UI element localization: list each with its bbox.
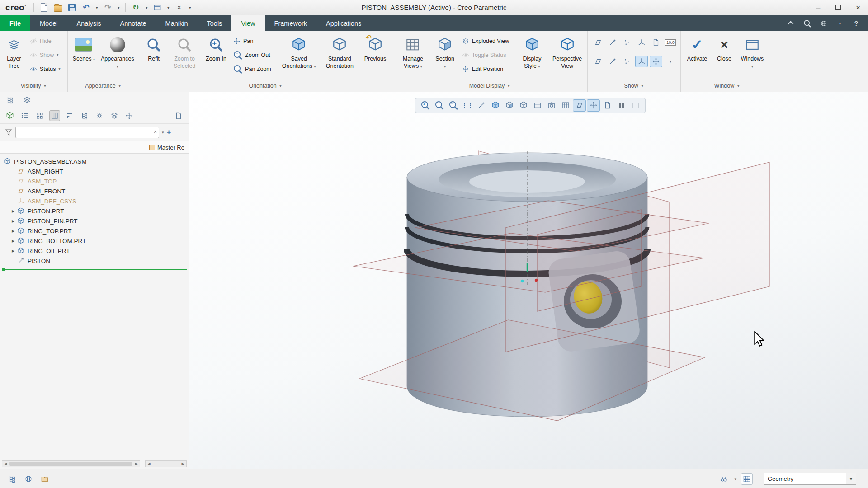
filter-add-icon[interactable]: +: [167, 128, 171, 137]
tab-applications[interactable]: Applications: [316, 15, 371, 31]
group-label-show[interactable]: Show▼: [588, 80, 680, 92]
tree-settings-icon[interactable]: [94, 110, 105, 121]
pan-zoom-button[interactable]: Pan Zoom: [230, 62, 278, 75]
tolerance-display-icon[interactable]: 10.0: [664, 37, 677, 48]
scroll-left-icon[interactable]: ◀: [2, 462, 9, 466]
maximize-button[interactable]: [828, 0, 848, 15]
tree-item-ring-bottom-prt[interactable]: ▶RING_BOTTOM.PRT: [0, 236, 189, 246]
tree-item-piston-assembly-asm[interactable]: PISTON_ASSEMBLY.ASM: [0, 156, 189, 166]
list-view-icon[interactable]: [19, 110, 30, 121]
expand-arrow-icon[interactable]: ▶: [9, 249, 17, 253]
zoom-fit-icon[interactable]: [433, 99, 446, 112]
tree-item-piston[interactable]: PISTON: [0, 256, 189, 266]
tree-item-ring-top-prt[interactable]: ▶RING_TOP.PRT: [0, 226, 189, 236]
find-icon[interactable]: [718, 473, 730, 485]
zoom-in-icon[interactable]: +: [419, 99, 432, 112]
tile-view-icon[interactable]: [34, 110, 45, 121]
tree-item-asm-def-csys[interactable]: ASM_DEF_CSYS: [0, 196, 189, 206]
insert-here-indicator[interactable]: [2, 269, 187, 270]
exploded-view-button[interactable]: Exploded View: [459, 34, 515, 47]
options-dropdown-icon[interactable]: ▾: [835, 19, 844, 28]
redo-dropdown-icon[interactable]: ▾: [116, 5, 121, 10]
previous-button[interactable]: ↶ Previous: [361, 33, 390, 64]
tab-manikin[interactable]: Manikin: [156, 15, 198, 31]
annotation-display-icon[interactable]: [650, 37, 662, 48]
refit-button[interactable]: Refit: [142, 33, 166, 64]
status-button[interactable]: Status▾: [27, 62, 63, 75]
pause-icon[interactable]: [615, 99, 628, 112]
group-label-window[interactable]: Window▼: [681, 80, 774, 92]
group-label-orientation[interactable]: Orientation▼: [139, 80, 392, 92]
manage-views-button[interactable]: Manage Views ▾: [395, 33, 431, 70]
tree-filter-input[interactable]: [15, 127, 159, 138]
tab-view[interactable]: View: [231, 15, 264, 31]
model-display-status-icon[interactable]: [741, 473, 753, 485]
regenerate-dropdown-icon[interactable]: ▾: [144, 5, 149, 10]
tab-framework[interactable]: Framework: [265, 15, 317, 31]
tab-analysis[interactable]: Analysis: [67, 15, 110, 31]
box-zoom-icon[interactable]: [461, 99, 474, 112]
screenshot-icon[interactable]: [545, 99, 558, 112]
minimize-button[interactable]: –: [808, 0, 828, 15]
point-marker-red[interactable]: [535, 279, 538, 282]
wireframe-icon[interactable]: [517, 99, 530, 112]
tree-item-ring-oil-prt[interactable]: ▶RING_OIL.PRT: [0, 246, 189, 256]
help-icon[interactable]: ?: [852, 19, 861, 28]
toggle-model-tree-icon[interactable]: [6, 473, 18, 485]
layer-tree-tab-icon[interactable]: [22, 94, 33, 105]
filter-dropdown-icon[interactable]: ▾: [162, 130, 164, 135]
find-dropdown-icon[interactable]: ▾: [734, 477, 736, 481]
close-button[interactable]: ×: [848, 0, 868, 15]
scroll-left-icon[interactable]: ◀: [146, 462, 152, 466]
undo-button[interactable]: ↶: [80, 2, 91, 13]
redo-button[interactable]: ↷: [102, 2, 113, 13]
pan-button[interactable]: Pan: [230, 34, 278, 47]
piston-assembly-model[interactable]: [189, 92, 868, 469]
column-header-label[interactable]: Master Re: [157, 144, 184, 151]
windows-button[interactable]: Windows▾: [737, 33, 767, 70]
expand-arrow-icon[interactable]: ▶: [9, 229, 17, 233]
search-icon[interactable]: [803, 19, 812, 28]
tree-info-icon[interactable]: [173, 110, 184, 121]
annotation-display-icon[interactable]: [601, 99, 614, 112]
edit-position-button[interactable]: Edit Position: [459, 62, 515, 75]
axis-display-icon[interactable]: [606, 37, 619, 48]
tree-item-asm-front[interactable]: ASM_FRONT: [0, 186, 189, 196]
group-label-visibility[interactable]: Visibility▼: [0, 80, 67, 92]
folder-browser-icon[interactable]: [39, 473, 51, 485]
expand-arrow-icon[interactable]: ▶: [9, 219, 17, 223]
section-button[interactable]: Section▾: [432, 33, 458, 70]
zoom-in-button[interactable]: + Zoom In: [203, 33, 229, 64]
zoom-out-icon[interactable]: −: [447, 99, 460, 112]
tree-part-filter-icon[interactable]: [5, 110, 15, 121]
appearances-button[interactable]: Appearances ▾: [99, 33, 137, 70]
open-file-button[interactable]: [52, 2, 63, 13]
tree-item-piston-prt[interactable]: ▶PISTON.PRT: [0, 206, 189, 216]
section-view-icon[interactable]: [531, 99, 544, 112]
tab-model[interactable]: Model: [30, 15, 67, 31]
spin-center-display-icon[interactable]: [650, 56, 662, 67]
layer-tree-button[interactable]: Layer Tree: [2, 33, 26, 70]
plane-tag-display-icon[interactable]: [592, 56, 604, 67]
regenerate-button[interactable]: ↻: [130, 2, 141, 13]
tab-annotate[interactable]: Annotate: [110, 15, 156, 31]
standard-orientation-button[interactable]: Standard Orientation: [320, 33, 360, 70]
activate-button[interactable]: ✓ Activate: [683, 33, 711, 64]
close-window-button[interactable]: ×: [174, 2, 184, 13]
tab-file[interactable]: File: [0, 15, 30, 31]
graphics-area[interactable]: + −: [189, 92, 868, 469]
filter-clear-icon[interactable]: ×: [153, 129, 157, 135]
scrollbar-thumb[interactable]: [9, 462, 132, 466]
scroll-right-icon[interactable]: ▶: [133, 462, 140, 466]
plane-display-icon[interactable]: [592, 37, 604, 48]
group-label-model-display[interactable]: Model Display▼: [392, 80, 587, 92]
selection-filter-dropdown[interactable]: Geometry ▼: [764, 473, 856, 485]
spin-center-icon[interactable]: [587, 99, 600, 112]
tree-layers-icon[interactable]: [109, 110, 120, 121]
window-manager-dropdown-icon[interactable]: ▾: [166, 5, 170, 10]
group-label-appearance[interactable]: Appearance▼: [68, 80, 139, 92]
undo-dropdown-icon[interactable]: ▾: [94, 5, 99, 10]
close-view-button[interactable]: × Close: [712, 33, 736, 64]
save-button[interactable]: [66, 2, 77, 13]
expand-all-icon[interactable]: [124, 110, 135, 121]
